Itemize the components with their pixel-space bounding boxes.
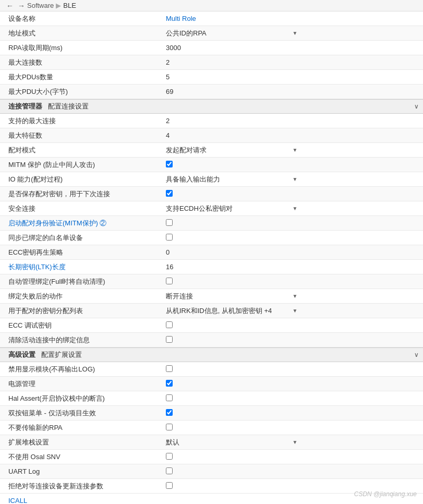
row-value[interactable]: 公共ID的RPA▼ [162,29,423,38]
breadcrumb-software[interactable]: Software [27,2,54,9]
dropdown-value[interactable]: 支持ECDH公私密钥对▼ [166,204,423,213]
section2-title-sub: 配置扩展设置 [41,351,82,358]
basic-section: 设备名称Multi Role地址模式公共ID的RPA▼RPA读取周期(ms)30… [0,11,423,99]
row-value[interactable]: 从机IRK和ID信息, 从机加密密钥 +4▼ [162,306,423,316]
checkbox-input[interactable] [166,380,173,387]
section1-collapse-icon[interactable]: ∨ [414,103,419,110]
table-row: IO 能力(配对过程)具备输入输出能力▼ [0,172,423,187]
row-value[interactable]: 支持ECDH公私密钥对▼ [162,204,423,213]
row-value[interactable]: 断开连接▼ [162,292,423,301]
dropdown-text: 断开连接 [166,292,293,301]
checkbox-input[interactable] [166,394,173,401]
row-value [162,482,423,490]
checkbox-input[interactable] [166,278,173,284]
row-value [162,321,423,330]
table-row: 用于配对的密钥分配列表从机IRK和ID信息, 从机加密密钥 +4▼ [0,304,423,318]
table-row: UART Log [0,464,423,479]
row-label: 自动管理绑定(Full时将自动清理) [0,277,162,286]
table-row: 最大PDUs数量5 [0,70,423,85]
row-value [162,453,423,461]
row-value[interactable]: 默认▼ [162,438,423,447]
checkbox-input[interactable] [166,409,173,416]
dropdown-arrow-icon: ▼ [293,147,419,153]
row-value [162,380,423,388]
row-label: 拒绝对等连接设备更新连接参数 [0,482,162,491]
section1-header: 连接管理器 配置连接设置 ∨ [0,99,423,114]
checkbox-input[interactable] [166,219,173,226]
dropdown-value[interactable]: 默认▼ [166,438,423,447]
checkbox-input[interactable] [166,453,173,460]
row-value: 2 [162,58,423,66]
row-value[interactable]: 具备输入输出能力▼ [162,175,423,184]
row-label: 是否保存配对密钥，用于下次连接 [0,189,162,199]
table-row: 启动配对身份验证(MITM保护) ② [0,216,423,231]
dropdown-arrow-icon: ▼ [293,293,419,299]
dropdown-text: 默认 [166,438,293,447]
row-label: 启动配对身份验证(MITM保护) ② [0,219,162,228]
dropdown-value[interactable]: 断开连接▼ [166,292,423,301]
dropdown-text: 支持ECDH公私密钥对 [166,204,293,213]
dropdown-value[interactable]: 发起配对请求▼ [166,146,423,155]
checkbox-input[interactable] [166,482,173,489]
section2-rows: 禁用显示模块(不再输出LOG)电源管理Hal Assert(开启协议栈中的断言)… [0,362,423,494]
row-label: ECC 调试密钥 [0,321,162,330]
row-value[interactable]: Multi Role [162,15,423,22]
row-label: 支持的最大连接 [0,116,162,126]
dropdown-arrow-icon: ▼ [293,30,419,36]
dropdown-arrow-icon: ▼ [293,176,419,182]
table-row: 安全连接支持ECDH公私密钥对▼ [0,201,423,216]
checkbox-input[interactable] [166,336,173,343]
table-row: 支持的最大连接2 [0,114,423,128]
table-row: 扩展堆栈设置默认▼ [0,435,423,450]
row-label: 双按钮菜单 - 仅活动项目生效 [0,409,162,418]
row-label: 安全连接 [0,204,162,213]
checkbox-input[interactable] [166,234,173,241]
section1-title: 连接管理器 配置连接设置 [8,102,89,111]
icall-link[interactable]: ICALL [8,497,27,504]
dropdown-value[interactable]: 从机IRK和ID信息, 从机加密密钥 +4▼ [166,306,423,316]
row-value: 16 [162,263,423,271]
checkbox-input[interactable] [166,424,173,430]
dropdown-arrow-icon: ▼ [293,439,419,445]
forward-button[interactable]: → [16,2,27,10]
row-label: 地址模式 [0,29,162,38]
row-label: 配对模式 [0,146,162,155]
row-label: 用于配对的密钥分配列表 [0,306,162,316]
row-label: 电源管理 [0,379,162,389]
table-row: 自动管理绑定(Full时将自动清理) [0,274,423,289]
row-value [162,336,423,344]
breadcrumb-sep1: ▶ [56,2,61,9]
section2-collapse-icon[interactable]: ∨ [414,351,419,358]
row-label: ECC密钥再生策略 [0,248,162,257]
dropdown-value[interactable]: 公共ID的RPA▼ [166,29,423,38]
row-label: 最大连接数 [0,58,162,67]
checkbox-input[interactable] [166,365,173,372]
checkbox-input[interactable] [166,161,173,167]
dropdown-value[interactable]: 具备输入输出能力▼ [166,175,423,184]
back-button[interactable]: ← [4,2,16,10]
row-label: 最大PDUs数量 [0,73,162,82]
row-label: 设备名称 [0,14,162,23]
checkbox-input[interactable] [166,190,173,197]
watermark: CSDN @jianqiang.xue [354,490,417,498]
table-row: RPA读取周期(ms)3000 [0,41,423,55]
row-value: 2 [162,117,423,125]
row-value [162,467,423,476]
row-value [162,424,423,432]
content-area: 设备名称Multi Role地址模式公共ID的RPA▼RPA读取周期(ms)30… [0,11,423,504]
row-label: Hal Assert(开启协议栈中的断言) [0,394,162,403]
row-value[interactable]: 发起配对请求▼ [162,146,423,155]
dropdown-text: 发起配对请求 [166,146,293,155]
table-row: 最大特征数4 [0,128,423,143]
table-row: 清除活动连接中的绑定信息 [0,333,423,347]
dropdown-arrow-icon: ▼ [293,308,419,314]
row-label: MITM 保护 (防止中间人攻击) [0,160,162,170]
row-value: 4 [162,131,423,139]
row-value [162,234,423,242]
row-label: 最大PDU大小(字节) [0,87,162,97]
dropdown-text: 具备输入输出能力 [166,175,293,184]
section1-title-main: 连接管理器 [8,102,42,110]
checkbox-input[interactable] [166,321,173,328]
row-label: 清除活动连接中的绑定信息 [0,335,162,345]
checkbox-input[interactable] [166,467,173,474]
